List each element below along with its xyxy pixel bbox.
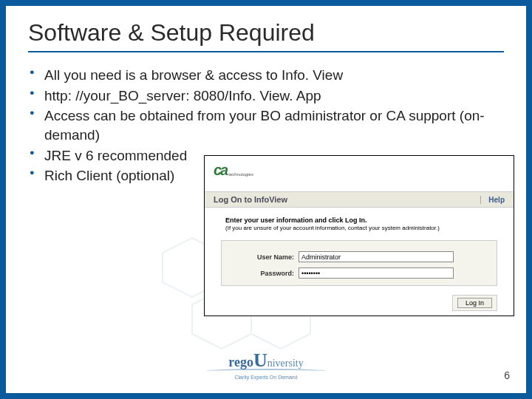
bullet-list: All you need is a browser & access to In… xyxy=(28,66,504,185)
instructions: Enter your user information and click Lo… xyxy=(225,216,440,231)
bar-title: Log On to InfoView xyxy=(214,195,287,204)
bullet-item: All you need is a browser & access to In… xyxy=(28,66,504,85)
instructions-small: (If you are unsure of your account infor… xyxy=(225,225,440,231)
slide-title: Software & Setup Required xyxy=(28,19,504,47)
logo-rest: niversity xyxy=(267,358,304,369)
logo-rego: rego xyxy=(228,355,253,369)
bullet-item: JRE v 6 recommended xyxy=(28,146,504,166)
password-label: Password: xyxy=(244,270,299,277)
bullet-item: Access can be obtained from your BO admi… xyxy=(28,106,504,144)
logo-tagline: Clarity Experts On Demand xyxy=(207,375,325,380)
bullet-item: Rich Client (optional) xyxy=(28,166,504,185)
username-input[interactable] xyxy=(299,251,454,262)
footer-logo: regoUniversity Clarity Experts On Demand xyxy=(207,349,325,380)
login-button[interactable]: Log In xyxy=(457,298,492,308)
bullet-item: http: //your_BO_server: 8080/Info. View.… xyxy=(28,86,504,106)
instructions-bold: Enter your user information and click Lo… xyxy=(225,216,440,224)
login-button-wrap: Log In xyxy=(452,295,497,311)
page-number: 6 xyxy=(504,369,510,381)
infoview-bar: Log On to InfoView Help xyxy=(205,191,514,208)
login-form: User Name: Password: xyxy=(221,240,497,286)
password-input[interactable] xyxy=(299,267,454,279)
logo-swoosh xyxy=(207,369,325,373)
logo-u: U xyxy=(253,349,267,371)
title-rule xyxy=(28,51,504,52)
username-label: User Name: xyxy=(244,253,299,261)
help-link[interactable]: Help xyxy=(480,196,505,204)
